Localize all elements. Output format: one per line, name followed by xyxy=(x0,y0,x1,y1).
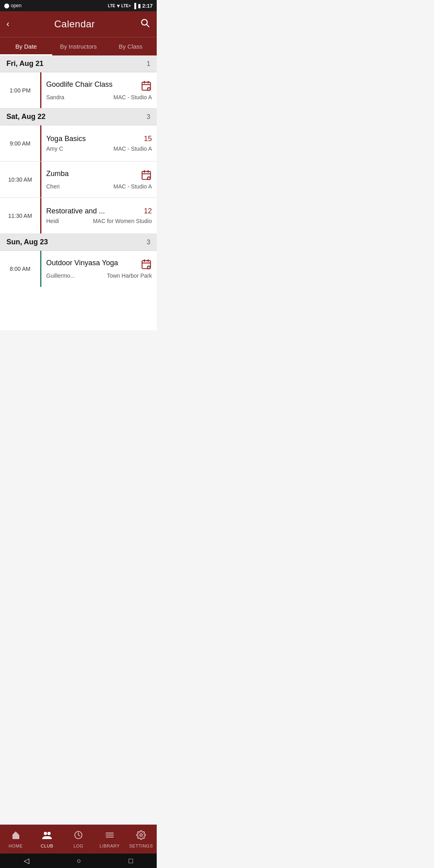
class-name-row-zumba: Zumba xyxy=(46,170,152,181)
class-meta-restorative: Heidi MAC for Women Studio xyxy=(46,218,152,224)
class-location-restorative: MAC for Women Studio xyxy=(93,218,152,224)
date-fri-label: Fri, Aug 21 xyxy=(6,59,43,68)
date-fri-count: 1 xyxy=(147,60,150,68)
class-spots-restorative: 12 xyxy=(144,207,152,215)
date-header-fri: Fri, Aug 21 1 xyxy=(0,55,157,72)
class-location-goodlife: MAC - Studio A xyxy=(113,94,152,100)
back-button[interactable]: ‹ xyxy=(6,19,9,29)
class-name-row-vinyasa: Outdoor Vinyasa Yoga xyxy=(46,259,152,270)
calendar-add-icon-zumba[interactable] xyxy=(141,170,152,181)
class-info-yoga: Yoga Basics 15 Amy C MAC - Studio A xyxy=(41,125,157,161)
status-bar: ⬤ open LTE ▾ LTE+ ▐ ▮ 2:17 xyxy=(0,0,157,11)
header: ‹ Calendar xyxy=(0,11,157,37)
class-item-yoga[interactable]: 9:00 AM Yoga Basics 15 Amy C MAC - Studi… xyxy=(0,125,157,162)
class-item-goodlife[interactable]: 1:00 PM Goodlife Chair Class xyxy=(0,72,157,108)
app-name: open xyxy=(11,3,22,8)
status-right: LTE ▾ LTE+ ▐ ▮ 2:17 xyxy=(108,3,153,9)
battery-icon: ▮ xyxy=(138,3,141,9)
class-name-row-restorative: Restorative and ... 12 xyxy=(46,207,152,215)
signal-icon: ▐ xyxy=(133,3,136,9)
class-info-restorative: Restorative and ... 12 Heidi MAC for Wom… xyxy=(41,198,157,233)
class-time-zumba: 10:30 AM xyxy=(0,162,40,197)
calendar-add-icon-goodlife[interactable] xyxy=(141,80,152,92)
class-name-row-goodlife: Goodlife Chair Class xyxy=(46,80,152,92)
class-item-zumba[interactable]: 10:30 AM Zumba Cheri xyxy=(0,162,157,198)
wifi-icon: ▾ xyxy=(117,3,120,9)
time-display: 2:17 xyxy=(142,3,153,9)
class-info-zumba: Zumba Cheri MAC - Studio A xyxy=(41,162,157,197)
lte-icon: LTE xyxy=(108,4,115,8)
class-item-restorative[interactable]: 11:30 AM Restorative and ... 12 Heidi MA… xyxy=(0,198,157,234)
class-instructor-vinyasa: Guillermo... xyxy=(46,272,75,279)
tab-by-instructors[interactable]: By Instructors xyxy=(52,37,104,55)
date-sat-label: Sat, Aug 22 xyxy=(6,113,45,121)
date-sun-label: Sun, Aug 23 xyxy=(6,238,48,246)
calendar-add-icon-vinyasa[interactable] xyxy=(141,259,152,270)
class-info-vinyasa: Outdoor Vinyasa Yoga Guillermo... Town xyxy=(41,251,157,287)
page-title: Calendar xyxy=(54,18,95,30)
calendar-content: Fri, Aug 21 1 1:00 PM Goodlife Chair Cla… xyxy=(0,55,157,330)
class-instructor-restorative: Heidi xyxy=(46,218,59,224)
class-name-goodlife: Goodlife Chair Class xyxy=(46,80,138,89)
status-left: ⬤ open xyxy=(4,3,22,8)
class-meta-yoga: Amy C MAC - Studio A xyxy=(46,145,152,152)
class-meta-vinyasa: Guillermo... Town Harbor Park xyxy=(46,272,152,279)
class-location-yoga: MAC - Studio A xyxy=(113,145,152,152)
class-location-zumba: MAC - Studio A xyxy=(113,183,152,190)
app-indicator: ⬤ xyxy=(4,3,9,8)
class-name-vinyasa: Outdoor Vinyasa Yoga xyxy=(46,259,138,267)
class-meta-goodlife: Sandra MAC - Studio A xyxy=(46,94,152,100)
class-name-restorative: Restorative and ... xyxy=(46,207,141,215)
date-header-sat: Sat, Aug 22 3 xyxy=(0,108,157,125)
tab-by-class[interactable]: By Class xyxy=(104,37,157,55)
class-time-vinyasa: 8:00 AM xyxy=(0,251,40,287)
date-sat-count: 3 xyxy=(147,113,150,121)
class-time-yoga: 9:00 AM xyxy=(0,125,40,161)
class-instructor-zumba: Cheri xyxy=(46,183,59,190)
class-time-goodlife: 1:00 PM xyxy=(0,72,40,108)
class-instructor-yoga: Amy C xyxy=(46,145,63,152)
class-info-goodlife: Goodlife Chair Class Sandra MAC - Studi xyxy=(41,72,157,108)
class-location-vinyasa: Town Harbor Park xyxy=(107,272,152,279)
class-instructor-goodlife: Sandra xyxy=(46,94,64,100)
class-spots-yoga: 15 xyxy=(144,135,152,143)
svg-line-1 xyxy=(147,25,149,27)
date-sun-count: 3 xyxy=(147,239,150,246)
class-time-restorative: 11:30 AM xyxy=(0,198,40,233)
lte-plus-icon: LTE+ xyxy=(121,4,131,8)
class-item-vinyasa[interactable]: 8:00 AM Outdoor Vinyasa Yoga xyxy=(0,251,157,287)
tab-by-date[interactable]: By Date xyxy=(0,37,52,55)
tabs-container: By Date By Instructors By Class xyxy=(0,37,157,55)
date-header-sun: Sun, Aug 23 3 xyxy=(0,234,157,251)
class-meta-zumba: Cheri MAC - Studio A xyxy=(46,183,152,190)
search-button[interactable] xyxy=(140,18,150,31)
class-name-yoga: Yoga Basics xyxy=(46,135,141,143)
class-name-zumba: Zumba xyxy=(46,170,138,178)
class-name-row-yoga: Yoga Basics 15 xyxy=(46,135,152,143)
